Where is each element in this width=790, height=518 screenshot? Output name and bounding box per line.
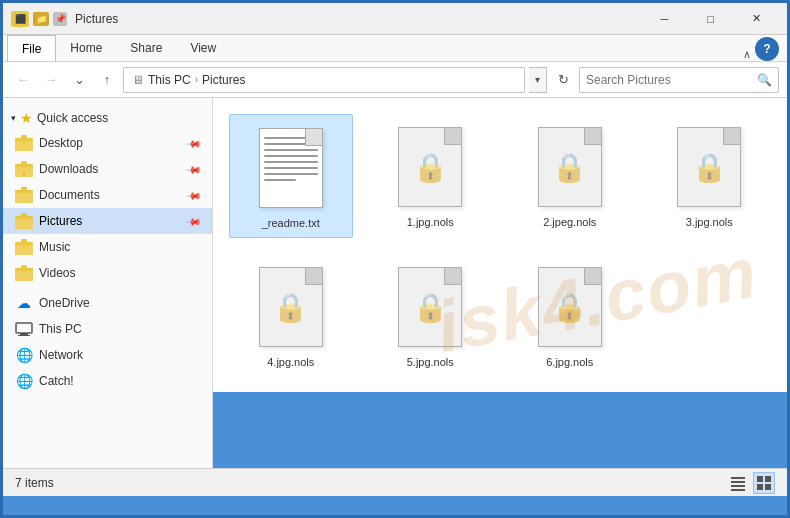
svg-rect-17	[15, 271, 33, 281]
svg-rect-1	[15, 141, 33, 151]
search-box[interactable]: 🔍	[579, 67, 779, 93]
file-item-2[interactable]: 🔒 2.jpeg.nols	[508, 114, 632, 238]
documents-folder-icon	[15, 186, 33, 204]
pin-icon-desktop: 📌	[186, 135, 202, 151]
tab-home[interactable]: Home	[56, 35, 116, 61]
path-icon: 🖥	[132, 73, 144, 87]
sidebar-item-onedrive[interactable]: ☁ OneDrive	[3, 290, 212, 316]
sidebar-item-documents[interactable]: Documents 📌	[3, 182, 212, 208]
back-button[interactable]: ←	[11, 68, 35, 92]
file-name-2: 2.jpeg.nols	[543, 216, 596, 228]
sidebar-label-thispc: This PC	[39, 322, 82, 336]
address-bar: ← → ⌄ ↑ 🖥 This PC › Pictures ▾ ↻ 🔍	[3, 62, 787, 98]
close-button[interactable]: ✕	[734, 3, 779, 35]
sidebar-label-documents: Documents	[39, 188, 100, 202]
file-item-6[interactable]: 🔒 6.jpg.nols	[508, 254, 632, 376]
svg-rect-5	[21, 161, 27, 165]
file-name-5: 5.jpg.nols	[407, 356, 454, 368]
status-bar-right	[727, 472, 775, 494]
svg-text:↓: ↓	[22, 169, 26, 176]
sidebar-label-desktop: Desktop	[39, 136, 83, 150]
catch-icon: 🌐	[15, 372, 33, 390]
window-title: Pictures	[75, 12, 642, 26]
thispc-icon	[15, 320, 33, 338]
file-item-3[interactable]: 🔒 3.jpg.nols	[648, 114, 772, 238]
music-folder-icon	[15, 238, 33, 256]
svg-rect-22	[731, 477, 745, 479]
pin-icon-documents: 📌	[186, 187, 202, 203]
file-item-1[interactable]: 🔒 1.jpg.nols	[369, 114, 493, 238]
sidebar-label-music: Music	[39, 240, 70, 254]
path-pictures: Pictures	[202, 73, 245, 87]
up-button[interactable]: ↑	[95, 68, 119, 92]
file-item-5[interactable]: 🔒 5.jpg.nols	[369, 254, 493, 376]
list-view-button[interactable]	[727, 472, 749, 494]
refresh-button[interactable]: ↻	[551, 68, 575, 92]
pin-icon: 📌	[53, 12, 67, 26]
sidebar-item-catch[interactable]: 🌐 Catch!	[3, 368, 212, 394]
svg-rect-26	[757, 476, 763, 482]
svg-rect-19	[16, 323, 32, 333]
search-input[interactable]	[586, 73, 753, 87]
downloads-folder-icon: ↓	[15, 160, 33, 178]
sidebar-item-pictures[interactable]: Pictures 📌	[3, 208, 212, 234]
svg-rect-27	[765, 476, 771, 482]
ribbon-tabs: File Home Share View ∧ ?	[3, 35, 787, 61]
maximize-button[interactable]: □	[688, 3, 733, 35]
tab-view[interactable]: View	[176, 35, 230, 61]
svg-rect-24	[731, 485, 745, 487]
address-path[interactable]: 🖥 This PC › Pictures	[123, 67, 525, 93]
sidebar-label-onedrive: OneDrive	[39, 296, 90, 310]
title-bar: ⬛ 📁 📌 Pictures ─ □ ✕	[3, 3, 787, 35]
ribbon-collapse-icon[interactable]: ∧	[743, 48, 751, 61]
sidebar-item-network[interactable]: 🌐 Network	[3, 342, 212, 368]
address-dropdown-button[interactable]: ▾	[529, 67, 547, 93]
file-name-6: 6.jpg.nols	[546, 356, 593, 368]
svg-rect-18	[21, 265, 27, 269]
svg-rect-21	[18, 335, 30, 336]
sidebar-item-music[interactable]: Music	[3, 234, 212, 260]
quick-access-header[interactable]: ▾ ★ Quick access	[3, 106, 212, 130]
expand-button[interactable]: ⌄	[67, 68, 91, 92]
sidebar: ▾ ★ Quick access Desktop 📌 ↓ Downloads 📌	[3, 98, 213, 468]
onedrive-icon: ☁	[15, 294, 33, 312]
sidebar-item-downloads[interactable]: ↓ Downloads 📌	[3, 156, 212, 182]
help-button[interactable]: ?	[755, 37, 779, 61]
pin-icon-pictures: 📌	[186, 213, 202, 229]
content-area: _readme.txt 🔒 1.jpg.nols 🔒	[213, 98, 787, 392]
svg-rect-29	[765, 484, 771, 490]
svg-rect-25	[731, 489, 745, 491]
desktop-folder-icon	[15, 134, 33, 152]
file-icon-1: 🔒	[390, 122, 470, 212]
sidebar-item-thispc[interactable]: This PC	[3, 316, 212, 342]
title-bar-icons: ⬛ 📁 📌	[11, 11, 67, 27]
file-icon-5: 🔒	[390, 262, 470, 352]
sidebar-item-desktop[interactable]: Desktop 📌	[3, 130, 212, 156]
svg-rect-2	[21, 135, 27, 139]
svg-rect-28	[757, 484, 763, 490]
svg-rect-8	[15, 193, 33, 203]
svg-rect-11	[15, 219, 33, 229]
sidebar-label-pictures: Pictures	[39, 214, 82, 228]
sidebar-label-catch: Catch!	[39, 374, 74, 388]
path-thispc: This PC	[148, 73, 191, 87]
status-count: 7 items	[15, 476, 54, 490]
file-item-4[interactable]: 🔒 4.jpg.nols	[229, 254, 353, 376]
folder-icon-small: 📁	[33, 12, 49, 26]
grid-view-button[interactable]	[753, 472, 775, 494]
file-item-readme[interactable]: _readme.txt	[229, 114, 353, 238]
svg-rect-15	[21, 239, 27, 243]
sidebar-item-videos[interactable]: Videos	[3, 260, 212, 286]
forward-button[interactable]: →	[39, 68, 63, 92]
sidebar-label-downloads: Downloads	[39, 162, 98, 176]
ribbon: File Home Share View ∧ ?	[3, 35, 787, 62]
svg-rect-20	[20, 333, 28, 335]
file-name-3: 3.jpg.nols	[686, 216, 733, 228]
tab-file[interactable]: File	[7, 35, 56, 61]
svg-rect-14	[15, 245, 33, 255]
quick-access-star-icon: ★	[20, 110, 33, 126]
window-controls: ─ □ ✕	[642, 3, 779, 35]
tab-share[interactable]: Share	[116, 35, 176, 61]
minimize-button[interactable]: ─	[642, 3, 687, 35]
sidebar-label-network: Network	[39, 348, 83, 362]
